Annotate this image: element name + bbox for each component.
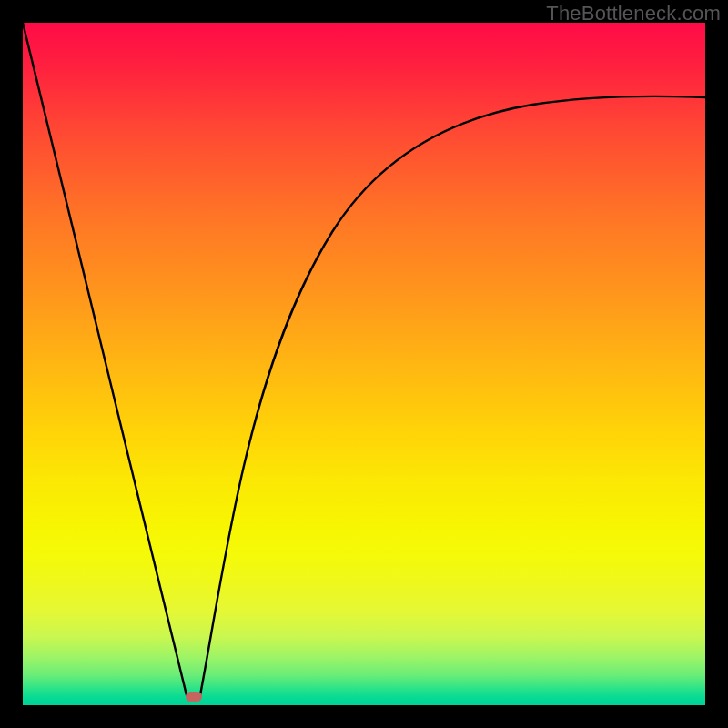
bottleneck-curve bbox=[23, 23, 705, 705]
chart-frame: TheBottleneck.com bbox=[0, 0, 728, 728]
plot-area bbox=[23, 23, 705, 705]
minimum-marker bbox=[186, 692, 202, 702]
